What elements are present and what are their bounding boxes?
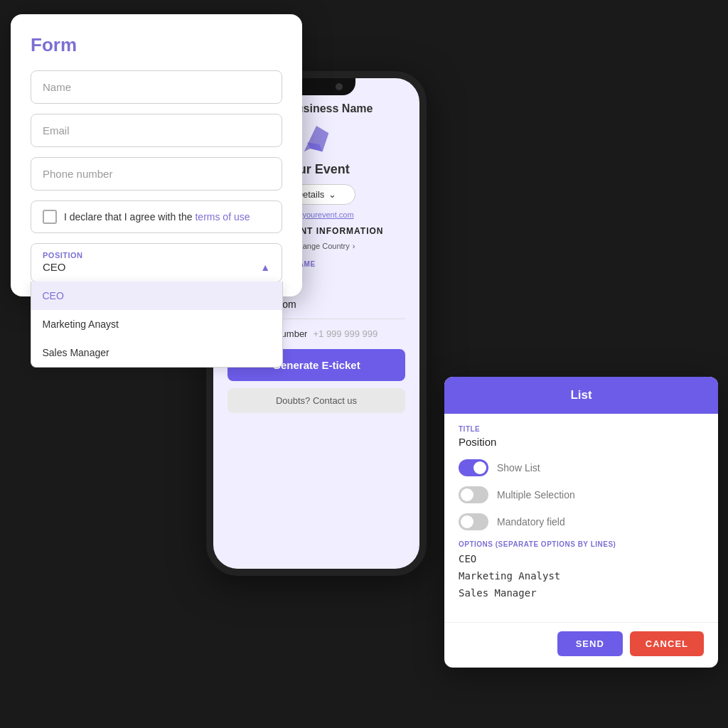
position-dropdown[interactable]: POSITION CEO ▲ CEO Marketing Anayst Sale… bbox=[31, 243, 282, 282]
toggle-thumb-mandatory bbox=[461, 515, 473, 528]
show-list-label: Show List bbox=[497, 462, 540, 473]
options-label: OPTIONS (SEPARATE OPTIONS BY LINES) bbox=[459, 540, 704, 548]
dropdown-item-ceo[interactable]: CEO bbox=[31, 282, 282, 310]
send-button[interactable]: SEND bbox=[557, 631, 623, 656]
toggle-thumb-multiple bbox=[461, 488, 473, 501]
mandatory-field-toggle[interactable] bbox=[459, 513, 488, 530]
multiple-selection-toggle[interactable] bbox=[459, 486, 488, 503]
phone-camera-icon bbox=[336, 83, 343, 90]
position-value: CEO ▲ bbox=[43, 261, 270, 273]
multiple-selection-label: Multiple Selection bbox=[497, 489, 575, 500]
terms-text: I declare that I agree with the terms of… bbox=[64, 211, 250, 223]
list-panel: List TITLE Position Show List Multiple S… bbox=[444, 377, 718, 668]
position-label: POSITION bbox=[43, 251, 270, 259]
list-panel-body: TITLE Position Show List Multiple Select… bbox=[444, 414, 718, 622]
list-panel-footer: SEND CANCEL bbox=[444, 622, 718, 668]
phone-number-value: +1 999 999 999 bbox=[313, 328, 378, 339]
name-input[interactable] bbox=[31, 70, 282, 104]
list-title-value: Position bbox=[459, 436, 704, 448]
dropdown-arrow-icon: ▲ bbox=[260, 262, 270, 273]
chevron-down-icon: ⌄ bbox=[328, 189, 336, 200]
dropdown-list: CEO Marketing Anayst Sales Manager bbox=[31, 282, 283, 368]
toggle-thumb-show-list bbox=[473, 461, 486, 474]
form-card: Form I declare that I agree with the ter… bbox=[11, 14, 302, 296]
list-panel-title: List bbox=[444, 377, 718, 414]
options-section: OPTIONS (SEPARATE OPTIONS BY LINES) CEO … bbox=[459, 540, 704, 611]
terms-link[interactable]: terms of use bbox=[195, 211, 250, 223]
list-title-label: TITLE bbox=[459, 425, 704, 433]
doubts-contact-button[interactable]: Doubts? Contact us bbox=[228, 388, 405, 413]
dropdown-item-marketing[interactable]: Marketing Anayst bbox=[31, 310, 282, 338]
mandatory-field-label: Mandatory field bbox=[497, 516, 565, 528]
email-input[interactable] bbox=[31, 114, 282, 147]
show-list-row: Show List bbox=[459, 459, 704, 476]
options-textarea[interactable]: CEO Marketing Analyst Sales Manager bbox=[459, 551, 704, 608]
terms-checkbox[interactable] bbox=[43, 210, 57, 224]
dropdown-item-sales[interactable]: Sales Manager bbox=[31, 338, 282, 367]
chevron-right-icon: › bbox=[353, 242, 355, 250]
terms-row: I declare that I agree with the terms of… bbox=[31, 200, 282, 233]
mandatory-field-row: Mandatory field bbox=[459, 513, 704, 530]
multiple-selection-row: Multiple Selection bbox=[459, 486, 704, 503]
form-title: Form bbox=[31, 34, 282, 56]
show-list-toggle[interactable] bbox=[459, 459, 488, 476]
cancel-button[interactable]: CANCEL bbox=[630, 631, 704, 656]
phone-input[interactable] bbox=[31, 157, 282, 191]
